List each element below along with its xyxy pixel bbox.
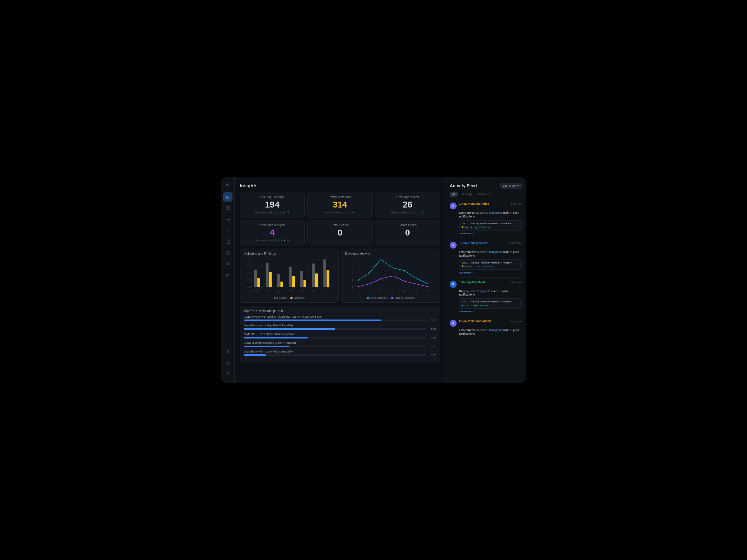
sidebar-item-docs[interactable] (223, 358, 232, 367)
legend-merged: Merged Violations (391, 296, 415, 299)
sidebar: ∞ ⊞ ⚙ (221, 177, 235, 383)
sidebar-item-reports[interactable] (223, 204, 232, 213)
activity-tabs: All Findings Violations (445, 192, 526, 199)
tab-all[interactable]: All (450, 192, 458, 196)
sidebar-item-dashboard[interactable]: ⊞ (223, 192, 232, 202)
svg-text:0: 0 (352, 289, 353, 292)
sidebar-item-git[interactable] (223, 271, 232, 280)
top-violations-title: Top 5 % of violations per rule (244, 309, 436, 313)
trend-value-fixes: 77 (421, 211, 424, 214)
avatar-1: A (450, 203, 457, 209)
feed-time-2: 2 days ago (510, 241, 522, 244)
svg-rect-41 (324, 260, 326, 287)
feed-desc-4: acme-storesrus pushed Changes to main in… (450, 328, 522, 336)
feed-event-title-2: 1 New Finding Added (459, 241, 487, 244)
tab-findings[interactable]: Findings (459, 192, 475, 196)
legend-findings-dot (274, 297, 276, 299)
badge-confidence-2: ▼ Low Confidence (473, 265, 493, 268)
legend-violations-dot (290, 297, 292, 299)
badge-severity-2: Critical (462, 265, 471, 268)
feed-item-1: A 1 New Violation Added 1 day ago acme-s… (450, 199, 522, 238)
svg-text:1/4: 1/4 (288, 289, 292, 292)
external-link-icon-1: ↗ (472, 232, 475, 235)
feed-sub-card-2: CI/CD - Missing Repository Branch Protec… (459, 260, 522, 270)
feed-item-4: A 2 New Violations Added 7 days ago acme… (450, 316, 522, 341)
svg-rect-39 (312, 264, 315, 287)
violations-chart-legend: Findings Violations (244, 296, 335, 299)
violation-row-1: CWE-UNKNOWN - Original rule did not map … (244, 315, 436, 322)
svg-text:1/7: 1/7 (427, 289, 430, 292)
svg-rect-29 (254, 270, 257, 287)
svg-text:1/6: 1/6 (312, 289, 315, 292)
svg-point-3 (226, 219, 227, 220)
svg-rect-35 (289, 267, 292, 287)
app-window: ∞ ⊞ ⚙ (221, 177, 526, 383)
developer-chart-card: Developer Activity 10 8 6 (341, 248, 440, 303)
feed-item-1-header: A 1 New Violation Added 1 day ago (450, 202, 522, 209)
activity-title: Activity Feed (450, 183, 477, 188)
metric-value-merged: 4 (244, 228, 301, 238)
insights-panel: Insights Security Findings 194 Previous … (235, 177, 445, 383)
svg-text:0: 0 (250, 289, 251, 292)
tab-violations[interactable]: Violations (476, 192, 493, 196)
svg-rect-6 (226, 240, 230, 244)
svg-point-9 (226, 274, 227, 275)
metric-security-findings: Security Findings 194 Previous Period: 1… (240, 192, 305, 217)
svg-rect-34 (280, 282, 283, 287)
badge-severity-1: High (462, 226, 469, 229)
sidebar-item-shield[interactable] (223, 248, 232, 258)
feed-event-title-1: 1 New Violation Added (459, 202, 489, 205)
sidebar-item-settings[interactable]: ⚙ (223, 347, 232, 356)
svg-text:400: 400 (248, 265, 252, 268)
legend-findings: Findings (274, 296, 287, 299)
violation-row-3: CWE-798 - Use of Hard-coded Credentials … (244, 332, 436, 339)
see-details-2[interactable]: See details ↗ (459, 271, 522, 274)
svg-text:1/3: 1/3 (379, 289, 383, 292)
feed-desc-1: acme-storesrus pushed Changes to main in… (450, 211, 522, 219)
sidebar-item-analytics[interactable] (223, 226, 232, 235)
svg-text:1/3: 1/3 (277, 289, 280, 292)
metric-label-scans: Total Scans (311, 223, 368, 227)
violation-row-5: Dependency with a Low Risk Vulnerability… (244, 350, 436, 356)
svg-rect-42 (327, 270, 329, 287)
svg-text:8: 8 (352, 265, 353, 268)
see-details-3[interactable]: See details ↗ (459, 310, 522, 313)
metric-sub-merged: Previous Period: 314 0 (244, 239, 301, 242)
trend-arrow-fixes (418, 211, 420, 214)
feed-badges-3: Low ▲ High Confidence (462, 304, 519, 307)
svg-text:100: 100 (248, 286, 252, 288)
trend-value-policy: 0 (355, 211, 356, 214)
feed-item-4-header: A 2 New Violations Added 7 days ago (450, 320, 522, 327)
svg-text:300: 300 (248, 272, 252, 274)
legend-fixed-dot (367, 297, 369, 299)
feed-event-title-3: 1 Finding Resolved (459, 281, 485, 284)
svg-text:1/5: 1/5 (403, 289, 406, 292)
see-details-1[interactable]: See details ↗ (459, 232, 522, 235)
avatar-4: A (450, 320, 457, 327)
avatar-3: B (450, 281, 457, 288)
svg-text:200: 200 (248, 279, 252, 281)
metric-sub-security: Previous Period: 117 77 (244, 211, 301, 214)
sidebar-item-files[interactable] (223, 237, 232, 246)
insights-title: Insights (240, 183, 440, 188)
trend-arrow-policy (351, 211, 353, 214)
trend-arrow-merged (283, 239, 286, 242)
sidebar-item-layers[interactable] (223, 260, 232, 269)
sidebar-item-user[interactable] (223, 369, 232, 378)
main-content: Insights Security Findings 194 Previous … (235, 177, 526, 383)
feed-badges-1: High ▲ High Confidence (462, 226, 519, 229)
feed-time-1: 1 day ago (511, 203, 522, 205)
svg-text:1/2: 1/2 (265, 289, 269, 292)
feed-sub-title-3: CI/CD - Missing Repository Branch Protec… (462, 300, 519, 303)
feed-item-2: A 1 New Finding Added 2 days ago acme-st… (450, 238, 522, 277)
metric-sub-policy: Previous Period: 314 0 (311, 211, 368, 214)
avatar-2: A (450, 242, 457, 248)
metric-value-fixes: 26 (379, 200, 436, 210)
svg-point-4 (229, 219, 229, 220)
feed-desc-3: Boost pushed Changes to main in push-not… (450, 290, 522, 297)
svg-rect-37 (300, 271, 303, 287)
sidebar-item-connections[interactable] (223, 215, 232, 224)
period-selector[interactable]: Last Week ▾ (500, 183, 522, 189)
trend-arrow-security (282, 211, 285, 214)
feed-badges-2: Critical ▼ Low Confidence (462, 265, 519, 268)
